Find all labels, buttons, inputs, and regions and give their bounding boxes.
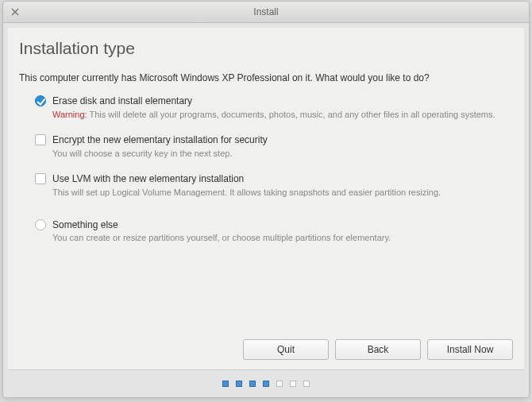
option-lvm-desc: This will set up Logical Volume Manageme… [52, 187, 513, 199]
option-something-else[interactable]: Something else You can create or resize … [35, 218, 513, 245]
window-title: Install [3, 6, 529, 17]
warning-text: This will delete all your programs, docu… [87, 110, 495, 119]
option-encrypt-label: Encrypt the new elementary installation … [52, 133, 513, 147]
option-encrypt[interactable]: Encrypt the new elementary installation … [35, 133, 513, 160]
step-dot [303, 381, 310, 387]
checkbox-lvm[interactable] [35, 173, 46, 184]
install-now-button[interactable]: Install Now [427, 339, 513, 360]
option-lvm[interactable]: Use LVM with the new elementary installa… [35, 172, 513, 199]
page-title: Installation type [19, 39, 513, 58]
checkbox-encrypt[interactable] [35, 134, 46, 145]
option-something-else-desc: You can create or resize partitions your… [52, 232, 513, 244]
button-row: Quit Back Install Now [19, 339, 513, 360]
option-erase-desc: Warning: This will delete all your progr… [52, 109, 513, 121]
titlebar: Install [3, 2, 529, 23]
quit-button[interactable]: Quit [243, 339, 329, 360]
step-dot [236, 381, 242, 387]
option-lvm-label: Use LVM with the new elementary installa… [52, 172, 513, 186]
warning-prefix: Warning: [52, 110, 87, 119]
radio-erase[interactable] [35, 95, 46, 106]
close-icon[interactable] [8, 5, 22, 19]
option-erase[interactable]: Erase disk and install elementary Warnin… [35, 95, 513, 121]
step-indicator [3, 370, 529, 397]
step-dot [290, 381, 296, 387]
content-panel: Installation type This computer currentl… [8, 28, 524, 370]
option-encrypt-desc: You will choose a security key in the ne… [52, 148, 513, 160]
step-dot [263, 381, 269, 387]
step-dot [276, 381, 283, 387]
radio-something-else[interactable] [35, 219, 46, 230]
step-dot [249, 381, 256, 387]
intro-text: This computer currently has Microsoft Wi… [19, 72, 513, 83]
step-dot [222, 381, 229, 387]
option-something-else-label: Something else [52, 218, 513, 232]
options-group: Erase disk and install elementary Warnin… [35, 95, 513, 257]
option-erase-label: Erase disk and install elementary [52, 95, 513, 108]
back-button[interactable]: Back [335, 339, 421, 360]
install-window: Install Installation type This computer … [2, 1, 530, 398]
